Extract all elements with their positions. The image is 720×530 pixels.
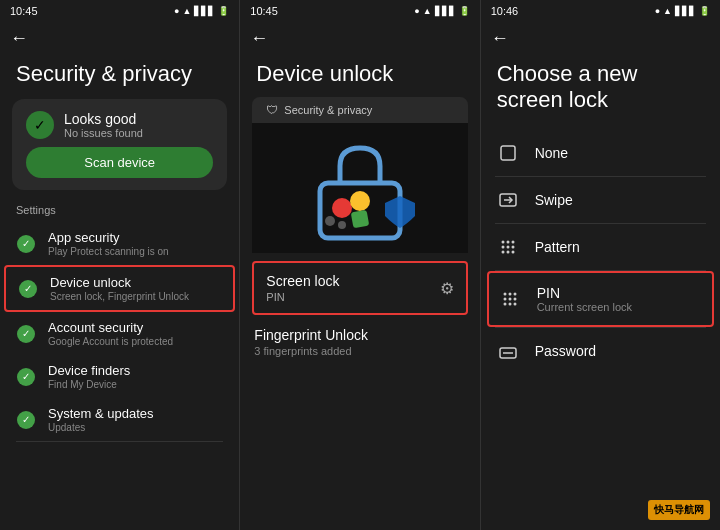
svg-point-1 bbox=[332, 198, 352, 218]
svg-point-19 bbox=[513, 292, 516, 295]
wifi-icon: ▲ bbox=[182, 6, 191, 16]
battery-icon-3: 🔋 bbox=[699, 6, 710, 16]
account-security-title: Account security bbox=[48, 320, 223, 335]
svg-point-10 bbox=[511, 240, 514, 243]
status-icons-3: ● ▲ ▋▋▋ 🔋 bbox=[655, 6, 710, 16]
svg-point-20 bbox=[503, 297, 506, 300]
settings-section-label: Settings bbox=[0, 190, 239, 222]
screen2-title: Device unlock bbox=[240, 53, 479, 97]
screen3-title: Choose a new screen lock bbox=[481, 53, 720, 130]
lock-option-password[interactable]: Password bbox=[481, 328, 720, 374]
svg-point-8 bbox=[501, 240, 504, 243]
device-finders-icon: ✓ bbox=[16, 367, 36, 387]
screen1: 10:45 ● ▲ ▋▋▋ 🔋 ← Security & privacy ✓ L… bbox=[0, 0, 240, 530]
app-security-item[interactable]: ✓ App security Play Protect scanning is … bbox=[0, 222, 239, 265]
looks-good-info: Looks good No issues found bbox=[64, 111, 143, 139]
status-time-1: 10:45 bbox=[10, 5, 38, 17]
screen2: 10:45 ● ▲ ▋▋▋ 🔋 ← Device unlock 🛡 Securi… bbox=[240, 0, 480, 530]
screen1-title: Security & privacy bbox=[0, 53, 239, 99]
status-bar-2: 10:45 ● ▲ ▋▋▋ 🔋 bbox=[240, 0, 479, 22]
device-unlock-item[interactable]: ✓ Device unlock Screen lock, Fingerprint… bbox=[4, 265, 235, 312]
screen-lock-info: Screen lock PIN bbox=[266, 273, 339, 303]
watermark: 快马导航网 bbox=[648, 500, 710, 520]
screen3: 10:46 ● ▲ ▋▋▋ 🔋 ← Choose a new screen lo… bbox=[481, 0, 720, 530]
notification-icon: ● bbox=[174, 6, 179, 16]
svg-point-17 bbox=[503, 292, 506, 295]
system-updates-text: System & updates Updates bbox=[48, 406, 223, 433]
app-security-sub: Play Protect scanning is on bbox=[48, 246, 223, 257]
app-security-title: App security bbox=[48, 230, 223, 245]
device-finders-text: Device finders Find My Device bbox=[48, 363, 223, 390]
screen-lock-section[interactable]: Screen lock PIN ⚙ bbox=[252, 261, 467, 315]
svg-point-14 bbox=[501, 250, 504, 253]
scan-device-button[interactable]: Scan device bbox=[26, 147, 213, 178]
svg-point-2 bbox=[350, 191, 370, 211]
status-icons-2: ● ▲ ▋▋▋ 🔋 bbox=[414, 6, 469, 16]
status-bar-1: 10:45 ● ▲ ▋▋▋ 🔋 bbox=[0, 0, 239, 22]
none-icon bbox=[497, 142, 519, 164]
shield-green-icon: ✓ bbox=[26, 111, 54, 139]
looks-good-label: Looks good bbox=[64, 111, 143, 127]
system-updates-title: System & updates bbox=[48, 406, 223, 421]
back-button-1[interactable]: ← bbox=[0, 22, 239, 53]
svg-point-5 bbox=[338, 221, 346, 229]
svg-point-23 bbox=[503, 302, 506, 305]
svg-rect-3 bbox=[351, 210, 370, 229]
status-time-3: 10:46 bbox=[491, 5, 519, 17]
lock-svg bbox=[290, 128, 430, 248]
device-unlock-title: Device unlock bbox=[50, 275, 221, 290]
lock-option-pattern[interactable]: Pattern bbox=[481, 224, 720, 270]
app-security-text: App security Play Protect scanning is on bbox=[48, 230, 223, 257]
bottom-divider-1 bbox=[16, 441, 223, 442]
device-unlock-text: Device unlock Screen lock, Fingerprint U… bbox=[50, 275, 221, 302]
svg-rect-6 bbox=[501, 146, 515, 160]
svg-point-13 bbox=[511, 245, 514, 248]
signal-icon-3: ▋▋▋ bbox=[675, 6, 696, 16]
lock-option-none[interactable]: None bbox=[481, 130, 720, 176]
password-text: Password bbox=[535, 343, 596, 359]
battery-icon: 🔋 bbox=[218, 6, 229, 16]
svg-point-24 bbox=[508, 302, 511, 305]
status-icons-1: ● ▲ ▋▋▋ 🔋 bbox=[174, 6, 229, 16]
device-unlock-sub: Screen lock, Fingerprint Unlock bbox=[50, 291, 221, 302]
pattern-icon bbox=[497, 236, 519, 258]
battery-icon-2: 🔋 bbox=[459, 6, 470, 16]
swipe-icon bbox=[497, 189, 519, 211]
wifi-icon-2: ▲ bbox=[423, 6, 432, 16]
no-issues-label: No issues found bbox=[64, 127, 143, 139]
pin-text: PIN Current screen lock bbox=[537, 285, 632, 313]
looks-good-card: ✓ Looks good No issues found Scan device bbox=[12, 99, 227, 190]
account-security-item[interactable]: ✓ Account security Google Account is pro… bbox=[0, 312, 239, 355]
fingerprint-sub: 3 fingerprints added bbox=[254, 345, 465, 357]
svg-point-4 bbox=[325, 216, 335, 226]
system-updates-item[interactable]: ✓ System & updates Updates bbox=[0, 398, 239, 441]
system-updates-icon: ✓ bbox=[16, 410, 36, 430]
status-bar-3: 10:46 ● ▲ ▋▋▋ 🔋 bbox=[481, 0, 720, 22]
back-button-2[interactable]: ← bbox=[240, 22, 479, 53]
svg-point-11 bbox=[501, 245, 504, 248]
fingerprint-section[interactable]: Fingerprint Unlock 3 fingerprints added bbox=[240, 315, 479, 357]
pattern-text: Pattern bbox=[535, 239, 580, 255]
looks-good-row: ✓ Looks good No issues found bbox=[26, 111, 213, 139]
breadcrumb: 🛡 Security & privacy bbox=[252, 97, 467, 123]
back-button-3[interactable]: ← bbox=[481, 22, 720, 53]
gear-icon[interactable]: ⚙ bbox=[440, 279, 454, 298]
lock-option-pin[interactable]: PIN Current screen lock bbox=[487, 271, 714, 327]
device-finders-sub: Find My Device bbox=[48, 379, 223, 390]
lock-illustration bbox=[252, 123, 467, 253]
account-security-sub: Google Account is protected bbox=[48, 336, 223, 347]
svg-point-15 bbox=[506, 250, 509, 253]
screen-lock-label: Screen lock bbox=[266, 273, 339, 289]
wifi-icon-3: ▲ bbox=[663, 6, 672, 16]
device-unlock-icon: ✓ bbox=[18, 279, 38, 299]
screens-container: 10:45 ● ▲ ▋▋▋ 🔋 ← Security & privacy ✓ L… bbox=[0, 0, 720, 530]
none-text: None bbox=[535, 145, 568, 161]
screen-lock-sub: PIN bbox=[266, 291, 339, 303]
svg-point-9 bbox=[506, 240, 509, 243]
device-finders-item[interactable]: ✓ Device finders Find My Device bbox=[0, 355, 239, 398]
svg-point-25 bbox=[513, 302, 516, 305]
lock-option-swipe[interactable]: Swipe bbox=[481, 177, 720, 223]
signal-icon: ▋▋▋ bbox=[194, 6, 215, 16]
account-security-icon: ✓ bbox=[16, 324, 36, 344]
svg-point-12 bbox=[506, 245, 509, 248]
